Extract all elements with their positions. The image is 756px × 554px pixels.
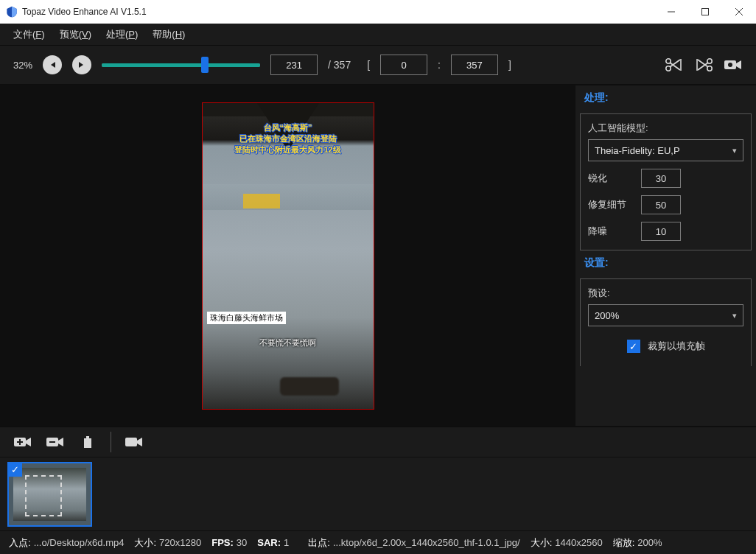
- bracket-close: ]: [508, 59, 511, 71]
- next-frame-button[interactable]: [72, 55, 91, 74]
- status-out-label: 出点:: [308, 536, 330, 550]
- app-title: Topaz Video Enhance AI V1.5.1: [22, 7, 147, 17]
- title-bar: Topaz Video Enhance AI V1.5.1: [0, 0, 756, 24]
- sharpen-label: 锐化: [588, 172, 632, 185]
- zoom-percent: 32%: [13, 60, 32, 71]
- model-dropdown[interactable]: Theia-Fidelity: EU,P ▾: [588, 139, 743, 161]
- chevron-down-icon: ▾: [732, 311, 737, 320]
- processing-heading: 处理:: [584, 91, 756, 105]
- thumbnail-check-icon[interactable]: ✓: [7, 462, 22, 477]
- bracket-open: [: [367, 59, 370, 71]
- restore-input[interactable]: 50: [641, 195, 681, 214]
- status-fps-label: FPS:: [211, 537, 234, 548]
- model-value: Theia-Fidelity: EU,P: [595, 145, 680, 156]
- status-in-label: 入点:: [9, 536, 31, 550]
- record-icon[interactable]: [125, 434, 144, 450]
- video-viewport: 台风“海高斯” 已在珠海市金湾区沿海登陆 登陆时中心附近最大风力12级 珠海白藤…: [0, 85, 575, 426]
- menu-preview[interactable]: 预览(V): [60, 28, 91, 41]
- app-logo-icon: [6, 6, 18, 18]
- prev-frame-button[interactable]: [43, 55, 62, 74]
- caption-subtitle: 不要慌不要慌啊: [203, 337, 374, 348]
- settings-section: 预设: 200% ▾ ✓ 裁剪以填充帧: [580, 278, 752, 366]
- status-size-label: 大小:: [134, 536, 156, 550]
- frame-slider[interactable]: [102, 56, 260, 74]
- record-camera-icon[interactable]: [724, 57, 743, 73]
- status-size2-value: 1440x2560: [555, 537, 602, 548]
- model-label: 人工智能模型:: [588, 122, 743, 135]
- crop-to-fill-checkbox[interactable]: ✓: [627, 340, 640, 353]
- range-end-input[interactable]: 357: [451, 55, 498, 75]
- status-out-value: ...ktop/x6d_2.00x_1440x2560_thf-1.0.1_jp…: [333, 537, 520, 548]
- thumbnail-item[interactable]: ✓: [7, 462, 92, 527]
- status-sar-label: SAR:: [257, 537, 281, 548]
- denoise-label: 降噪: [588, 225, 632, 238]
- status-scale-label: 缩放:: [613, 536, 635, 550]
- menu-help[interactable]: 帮助(H): [153, 28, 185, 41]
- preset-dropdown[interactable]: 200% ▾: [588, 304, 743, 326]
- toolbar-divider: [111, 432, 111, 452]
- svg-rect-0: [702, 9, 709, 15]
- window-maximize-button[interactable]: [688, 0, 722, 24]
- status-fps-value: 30: [237, 537, 247, 548]
- crop-to-fill-label: 裁剪以填充帧: [648, 340, 705, 353]
- playback-toolbar: 32% 231 / 357 [ 0 : 357 ]: [0, 46, 756, 85]
- menu-bar: 文件(F) 预览(V) 处理(P) 帮助(H): [0, 24, 756, 46]
- preset-label: 预设:: [588, 287, 743, 300]
- status-sar-value: 1: [284, 537, 289, 548]
- delete-icon[interactable]: [78, 434, 97, 450]
- preset-value: 200%: [595, 310, 619, 321]
- side-panel: 处理: 人工智能模型: Theia-Fidelity: EU,P ▾ 锐化 30…: [575, 85, 756, 426]
- total-frames-label: / 357: [328, 59, 351, 71]
- settings-heading: 设置:: [584, 256, 756, 270]
- chevron-down-icon: ▾: [732, 146, 737, 155]
- caption-location-box: 珠海白藤头海鲜市场: [207, 312, 286, 324]
- caption-headline: 台风“海高斯” 已在珠海市金湾区沿海登陆 登陆时中心附近最大风力12级: [203, 122, 374, 155]
- status-scale-value: 200%: [637, 537, 662, 548]
- cut-end-icon[interactable]: [694, 57, 713, 73]
- cut-start-icon[interactable]: [665, 57, 684, 73]
- window-minimize-button[interactable]: [654, 0, 688, 24]
- window-close-button[interactable]: [722, 0, 756, 24]
- range-colon: :: [438, 59, 441, 71]
- sharpen-input[interactable]: 30: [641, 169, 681, 188]
- status-in-value: ...o/Desktop/x6d.mp4: [34, 537, 125, 548]
- denoise-input[interactable]: 10: [641, 222, 681, 241]
- restore-label: 修复细节: [588, 198, 632, 211]
- processing-section: 人工智能模型: Theia-Fidelity: EU,P ▾ 锐化 30 修复细…: [580, 113, 752, 250]
- status-bar: 入点: ...o/Desktop/x6d.mp4 大小: 720x1280 FP…: [0, 530, 756, 554]
- remove-clip-icon[interactable]: [46, 434, 65, 450]
- add-clip-icon[interactable]: [13, 434, 32, 450]
- current-frame-input[interactable]: 231: [270, 55, 318, 75]
- status-size-value: 720x1280: [159, 537, 201, 548]
- video-frame: 台风“海高斯” 已在珠海市金湾区沿海登陆 登陆时中心附近最大风力12级 珠海白藤…: [202, 102, 374, 410]
- clip-toolbar: [0, 426, 756, 457]
- status-size2-label: 大小:: [531, 536, 553, 550]
- svg-point-6: [728, 63, 732, 67]
- menu-file[interactable]: 文件(F): [13, 28, 45, 41]
- svg-rect-9: [125, 438, 137, 446]
- range-start-input[interactable]: 0: [380, 55, 427, 75]
- thumbnail-strip: ✓: [0, 457, 756, 530]
- menu-process[interactable]: 处理(P): [106, 28, 138, 41]
